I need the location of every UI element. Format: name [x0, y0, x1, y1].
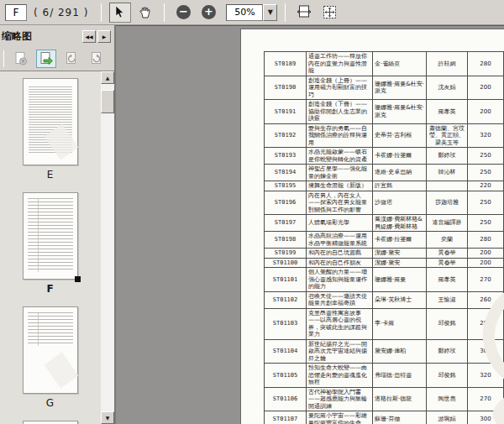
table-cell: 蕭德蘭、宮玟瑩、黃正頤、梁美玉等	[427, 123, 468, 148]
table-cell: 喬漢娜·費斯林格&貝緹娜·費斯林格	[373, 215, 427, 232]
table-cell: 個人覺醒的力量——增強心靈感知與能量運作的能力	[307, 268, 373, 292]
table-cell: 許宜銘	[373, 181, 427, 191]
table-cell: 許桂綢	[427, 52, 468, 76]
table-cell: 鄭婷玫	[427, 148, 468, 165]
thumbnail-label: G	[0, 397, 100, 409]
panel-header: 缩略图 ◀◀ ▶	[0, 25, 114, 47]
insert-page-button[interactable]	[36, 50, 56, 68]
table-cell: 200	[468, 100, 504, 124]
toolbar-separator	[164, 3, 165, 22]
table-row: ST01103克里昂靈性寓言故事——以高層心靈的視界，突破此生的課題與業力李·卡…	[265, 308, 504, 339]
table-cell: 300	[468, 339, 504, 364]
thumbnail-page-g[interactable]	[23, 306, 78, 394]
zoom-level-combo[interactable]: 50% ▼	[226, 4, 277, 21]
table-cell: 朵琳·芙秋博士	[373, 291, 427, 308]
table-cell: 人體氣場彩光學	[307, 215, 373, 232]
scrollbar-thumb[interactable]	[101, 90, 114, 113]
table-cell: 古代神祕學院入門書——超感應能力與脈輪開通訓練	[307, 387, 373, 411]
fit-width-button[interactable]	[293, 3, 315, 23]
zoom-level-value: 50%	[226, 4, 263, 21]
table-cell: 270	[468, 387, 504, 411]
table-cell: 卡崔娜·拉斐爾	[373, 232, 427, 249]
select-tool-button[interactable]	[109, 3, 131, 23]
table-row: ST0196內在男人，內在女人——探索內在男女能量對關係與工作的影響沙微塔莎迦培…	[265, 191, 504, 215]
fit-page-button[interactable]	[318, 3, 340, 23]
table-cell: 和內在的自己作朋友	[307, 258, 373, 268]
panel-back-button[interactable]: ◀◀	[82, 30, 96, 43]
table-cell: ST0191	[265, 100, 307, 124]
table-cell: 陶世惠	[427, 387, 468, 411]
thumbnail-page-f[interactable]	[23, 192, 78, 280]
thumbnail-page-partial[interactable]	[23, 421, 78, 424]
table-cell: 史蒂芬·吉利根	[373, 123, 427, 148]
table-cell: 王愉淑	[427, 291, 468, 308]
table-cell: 召喚天使——邀請天使能量共創幸福奇蹟	[307, 291, 373, 308]
table-cell: 黃春華	[427, 258, 468, 268]
table-cell: ST01103	[265, 308, 307, 339]
sidebar-scrollbar[interactable]: ▲ ▼	[101, 71, 114, 424]
table-cell: 卡崔娜·拉斐爾	[373, 148, 427, 165]
table-cell: ST0198	[265, 232, 307, 249]
table-cell: 通靈工作坊——釋放你內在的直覺力與靈性潛能	[307, 52, 373, 76]
page-count-label: ( 6/ 291 )	[34, 7, 88, 18]
zoom-out-button[interactable]: −	[172, 3, 194, 23]
table-row: ST0199和內在的自己玩遊戲潔娜·黛安黃春華200	[265, 249, 504, 259]
scroll-down-button[interactable]: ▼	[101, 411, 114, 424]
fit-page-icon	[323, 5, 337, 19]
table-cell: 鄭婷玫	[427, 339, 468, 364]
table-row: ST0190創造金錢（上冊）——運用磁力彰顯財富的技巧珊娜雅·羅曼&杜安·派克沈…	[265, 76, 504, 100]
page-label-input[interactable]	[5, 4, 27, 21]
table-cell: 擁舞生命潛能（新版）	[307, 181, 373, 191]
hand-tool-button[interactable]	[134, 3, 156, 23]
watermark	[44, 353, 78, 389]
rotate-left-button[interactable]	[61, 50, 81, 68]
table-cell: 280	[468, 232, 504, 249]
table-cell: 水晶高頻治療——運用水晶平衡精微能量系統	[307, 232, 373, 249]
selection-handle[interactable]	[75, 276, 81, 282]
table-cell: ST0199	[265, 249, 307, 259]
minus-circle-icon: −	[176, 5, 191, 19]
table-cell: 道格拉斯·德龍	[373, 387, 427, 411]
rotate-right-button[interactable]	[87, 50, 107, 68]
table-cell: 和內在的自己玩遊戲	[307, 249, 373, 259]
document-view[interactable]: ST0189通靈工作坊——釋放你內在的直覺力與靈性潛能金·雀絲霓許桂綢280ST…	[116, 25, 504, 424]
panel-forward-button[interactable]: ▶	[97, 30, 111, 43]
chevron-down-icon[interactable]: ▼	[263, 4, 277, 21]
table-row: ST0197人體氣場彩光學喬漢娜·費斯林格&貝緹娜·費斯林格遠音編譯群250	[265, 215, 504, 232]
scroll-up-button[interactable]: ▲	[101, 71, 114, 84]
hand-pan-icon	[139, 6, 152, 19]
thumbnail-content	[28, 312, 73, 346]
table-cell: 潔娜·黛安	[373, 258, 427, 268]
thumbnail-content	[28, 198, 73, 272]
table-cell: ST0189	[265, 52, 307, 76]
table-row: ST01101個人覺醒的力量——增強心靈感知與能量運作的能力珊娜雅·羅曼羅孝英2…	[265, 268, 504, 292]
table-cell: 創造金錢（上冊）——運用磁力彰顯財富的技巧	[307, 76, 373, 100]
table-cell: 愛與生存的勇氣——自我關係治療的詮釋與運用	[307, 123, 373, 148]
zoom-in-button[interactable]: +	[197, 3, 219, 23]
thumbnail-label: F	[0, 283, 100, 295]
table-row: ST01104新世紀揚昇之光——開啟高次元宇宙連結與揚昇之鑰黛安娜·庫柏鄭婷玫3…	[265, 339, 504, 364]
table-cell: 內在男人，內在女人——探索內在男女能量對關係與工作的影響	[307, 191, 373, 215]
table-cell: 黛安娜·庫柏	[373, 339, 427, 364]
table-cell: ST0190	[265, 76, 307, 100]
toolbar-separator	[285, 3, 286, 22]
table-cell: 莎迦培雅	[427, 191, 468, 215]
table-cell: ST01101	[265, 268, 307, 292]
table-row: ST01105預知生命大蛻變——由恐懼走向愛的靈魂進化旅程弗瑞德·思特靈邱俊銘3…	[265, 364, 504, 388]
thumbnail-page-e[interactable]	[23, 78, 78, 165]
table-cell: 250	[468, 148, 504, 165]
table-cell: ST0197	[265, 215, 307, 232]
rotate-right-icon	[89, 51, 104, 66]
table-cell: 游琬娟	[427, 411, 468, 424]
table-cell: 遠音編譯群	[427, 215, 468, 232]
table-cell: 珊娜雅·羅曼&杜安·派克	[373, 76, 427, 100]
table-cell: 羅孝英	[427, 100, 468, 124]
table-cell: 黃春華	[427, 249, 468, 259]
table-cell: ST01104	[265, 339, 307, 364]
thumbnails-panel: 缩略图 ◀◀ ▶	[0, 25, 116, 424]
table-cell: 沙微塔	[373, 191, 427, 215]
table-cell: 250	[468, 165, 504, 181]
delete-page-button[interactable]	[11, 50, 31, 68]
table-cell: ST01100	[265, 258, 307, 268]
table-cell: 280	[468, 52, 504, 76]
